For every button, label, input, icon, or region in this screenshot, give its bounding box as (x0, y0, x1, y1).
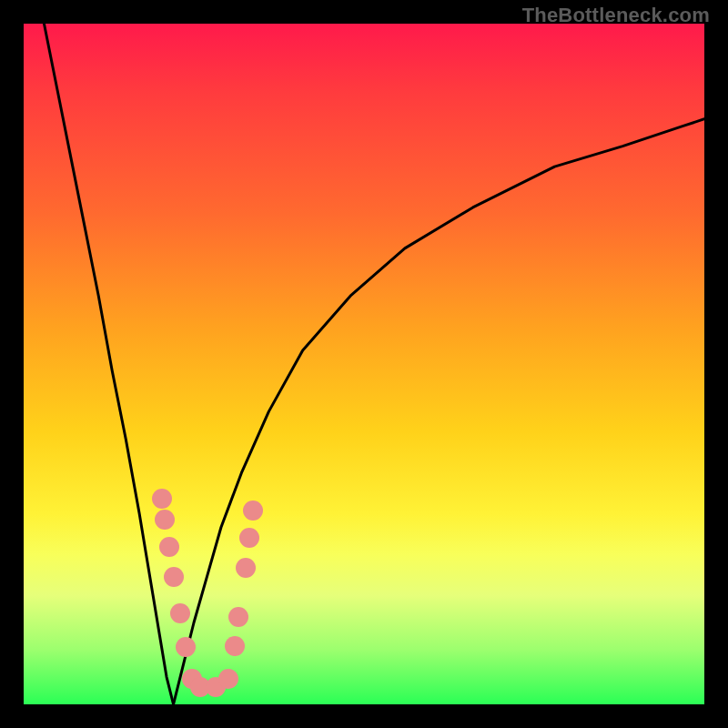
watermark-text: TheBottleneck.com (522, 4, 710, 27)
data-marker (236, 558, 256, 578)
curve-curveA (44, 24, 173, 704)
data-marker (239, 528, 259, 548)
data-marker (228, 607, 248, 627)
frame: TheBottleneck.com (0, 0, 728, 728)
data-marker (225, 636, 245, 656)
plot-area (24, 24, 704, 704)
data-marker (176, 637, 196, 657)
curve-curveB (174, 119, 704, 704)
data-marker (152, 489, 172, 509)
data-marker (243, 500, 263, 521)
data-marker (164, 567, 184, 587)
chart-svg (24, 24, 704, 704)
data-marker (159, 537, 179, 557)
data-marker (170, 603, 190, 623)
data-marker (218, 669, 238, 689)
data-marker (155, 510, 175, 530)
